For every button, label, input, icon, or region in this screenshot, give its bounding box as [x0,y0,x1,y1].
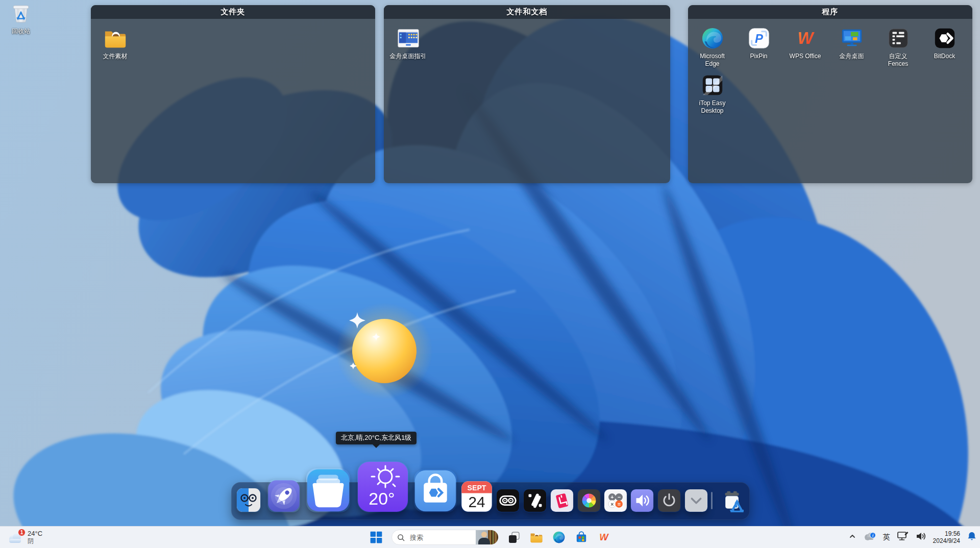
tray-ime-indicator[interactable]: 英 [883,533,890,542]
dock-recycle-bin-icon[interactable] [720,489,744,512]
task-view-button[interactable] [507,530,521,544]
fence-folders-title: 文件夹 [221,7,246,17]
svg-text:−: − [618,494,621,500]
desktop-item-desktop-guide[interactable]: 金舟桌面指引 [385,27,431,73]
cloud-icon: 1 [6,530,23,545]
taskbar-search-box[interactable] [391,530,499,545]
desktop-item-goldboat-desktop[interactable]: 金舟桌面 [828,27,875,73]
desktop-item-bitdock[interactable]: BitDock [921,27,968,73]
tray-notification-bell-icon[interactable] [967,531,977,543]
dock-calculator-icon[interactable]: + − × = [604,489,627,512]
search-input[interactable] [409,533,476,542]
dock-app-store-bag-icon[interactable] [414,469,457,512]
taskbar-weather-condition: 阴 [28,537,42,544]
document-thumbnail-icon [397,27,420,50]
weather-tooltip: 北京,晴,20°C,东北风1级 [336,432,416,444]
taskbar: 1 24°C 阴 [0,526,980,548]
edge-icon [701,27,724,50]
tray-chevron-up-icon[interactable] [848,532,856,542]
recycle-bin-icon [11,2,31,26]
tray-volume-icon[interactable] [916,531,926,543]
fence-panel-folders: 文件夹 文件素材 [91,5,375,183]
svg-text:+: + [610,494,614,500]
svg-text:SEPT: SEPT [467,484,486,492]
dock-percent-slashes-icon[interactable] [523,489,547,512]
fences-list-icon [887,27,910,50]
file-explorer-icon [530,531,543,544]
tray-date: 2024/9/24 [933,537,960,544]
dock-power-icon[interactable] [657,489,681,512]
svg-text:=: = [618,501,621,507]
pixpin-icon: P [747,27,771,50]
desktop-recycle-bin[interactable]: 回收站 [4,2,38,35]
taskbar-temperature: 24°C [28,530,42,537]
svg-text:×: × [610,501,614,507]
start-button[interactable] [369,530,383,544]
dock-color-wheel-icon[interactable] [577,489,601,512]
wps-office-icon [597,531,610,544]
fence-panel-programs: 程序 Microsoft Edge P Pix [688,5,972,183]
svg-text:20°: 20° [369,489,395,508]
dock-weather-widget[interactable]: 20° [357,461,408,512]
search-daily-image-avatar [476,530,498,544]
weather-alert-badge: 1 [18,529,26,536]
svg-text:P: P [755,32,763,45]
fence-documents-title: 文件和文档 [507,7,548,17]
desktop-item-pixpin[interactable]: P PixPin [736,27,782,73]
desktop-screen: W 回收站 [0,0,980,548]
microsoft-store-icon [575,531,588,544]
dock-face-avatar-icon[interactable] [236,488,261,512]
dock-calendar-widget[interactable]: SEPT 24 [461,481,493,512]
dock-separator [711,492,713,509]
tray-display-pen-icon[interactable] [897,531,909,544]
fence-documents-titlebar[interactable]: 文件和文档 [384,5,670,19]
fence-programs-titlebar[interactable]: 程序 [688,5,972,19]
dock-collapse-chevron-icon[interactable] [684,489,708,512]
desktop-item-fences[interactable]: 自定义 Fences [875,27,921,73]
file-explorer-button[interactable] [529,530,544,544]
dock-crop-tool-icon[interactable] [550,489,574,512]
edge-icon [552,531,566,544]
task-view-icon [507,531,521,544]
folder-icon [104,27,127,50]
desktop-item-itop-easy-desktop[interactable]: iTop Easy Desktop [689,73,736,120]
tray-clock[interactable]: 19:56 2024/9/24 [933,530,960,544]
dock-storage-box-icon[interactable] [306,468,350,512]
wps-office-icon [794,27,817,50]
dock-recorder-goggles-icon[interactable] [496,489,520,512]
fence-programs-title: 程序 [822,7,839,17]
tray-time: 19:56 [945,530,960,537]
recycle-bin-label: 回收站 [12,28,30,35]
microsoft-store-button[interactable] [574,530,589,544]
edge-browser-button[interactable] [552,530,566,544]
wps-office-button[interactable] [597,530,611,544]
taskbar-weather-widget[interactable]: 1 24°C 阴 [6,527,42,548]
search-icon [397,534,405,541]
monitor-tiles-icon [840,27,864,50]
bitdock-icon [933,27,957,50]
itop-easy-desktop-icon [701,73,724,97]
fence-panel-documents: 文件和文档 金舟桌面指引 [384,5,670,183]
tray-cloud-info-icon[interactable]: i [863,531,876,543]
dock-rocket-icon[interactable] [267,480,300,512]
svg-text:24: 24 [468,493,485,510]
windows-logo-icon [370,531,383,544]
desktop-item-wps[interactable]: WPS Office [782,27,828,73]
desktop-item-file-assets[interactable]: 文件素材 [92,27,138,73]
dock-volume-icon[interactable] [630,489,654,512]
fence-folders-titlebar[interactable]: 文件夹 [91,5,375,19]
desktop-item-edge[interactable]: Microsoft Edge [689,27,736,73]
sun-ball [336,303,433,400]
